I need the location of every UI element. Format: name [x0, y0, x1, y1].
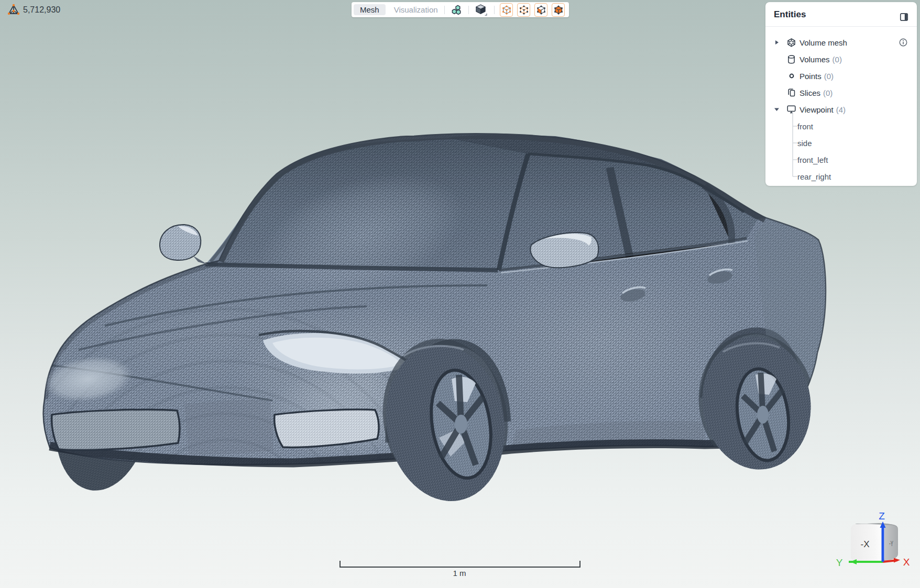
svg-text:Y: Y	[836, 557, 843, 568]
svg-text:-Y: -Y	[889, 540, 893, 548]
svg-text:Z: Z	[879, 511, 885, 522]
svg-text:X: X	[903, 557, 910, 568]
svg-text:-X: -X	[861, 539, 870, 549]
